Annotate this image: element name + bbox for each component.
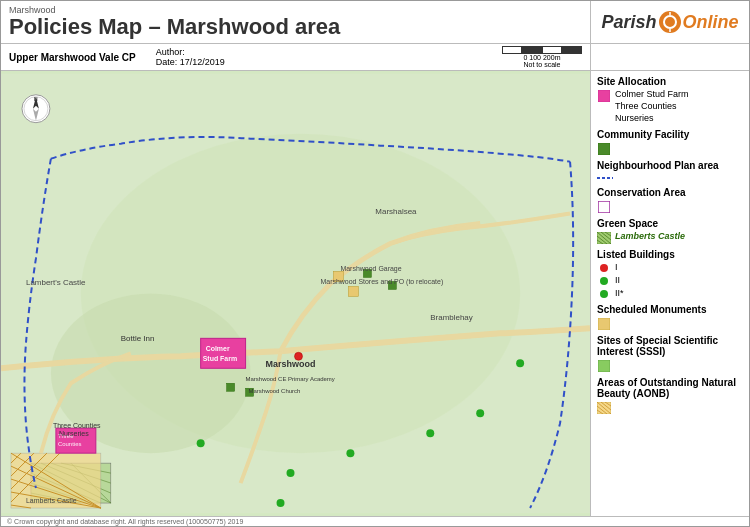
legend-scheduled-title: Scheduled Monuments <box>597 304 743 315</box>
legend-yellow-rect-symbol <box>597 318 611 330</box>
svg-text:Colmer: Colmer <box>206 345 230 352</box>
svg-point-42 <box>277 499 285 507</box>
header: Marshwood Policies Map – Marshwood area … <box>1 1 749 44</box>
legend-colmer-label: Colmer Stud FarmThree CountiesNurseries <box>615 89 689 124</box>
scale-seg-3 <box>542 46 562 54</box>
svg-text:Nurseries: Nurseries <box>59 430 89 437</box>
legend-green-space-item: Lamberts Castle <box>597 231 743 244</box>
author-row: Author: <box>156 47 225 57</box>
svg-text:Marshwood Garage: Marshwood Garage <box>340 266 401 274</box>
legend-colmer: Colmer Stud FarmThree CountiesNurseries <box>597 89 743 124</box>
legend-aonb-title: Areas of Outstanding Natural Beauty (AON… <box>597 377 743 399</box>
legend-pink-rect-symbol <box>597 90 611 102</box>
legend-community: Community Facility <box>597 129 743 155</box>
svg-text:Marshwood: Marshwood <box>266 359 316 369</box>
svg-rect-63 <box>598 90 610 102</box>
online-text: Online <box>683 12 739 33</box>
date-row: Date: 17/12/2019 <box>156 57 225 67</box>
header-right: Parish Online <box>591 1 749 43</box>
legend-sssi-item <box>597 359 743 372</box>
svg-text:Marshalsea: Marshalsea <box>375 207 417 216</box>
legend-conservation: Conservation Area <box>597 187 743 213</box>
legend-conservation-item <box>597 200 743 213</box>
legend-listed: Listed Buildings I II <box>597 249 743 299</box>
legend-listed-IIstar-label: II* <box>615 288 624 298</box>
legend-green-circle-II-symbol <box>597 276 611 286</box>
svg-point-73 <box>600 264 608 272</box>
svg-point-36 <box>197 439 205 447</box>
legend-aonb-hatch-symbol <box>597 402 611 414</box>
svg-text:Lambert's Castle: Lambert's Castle <box>26 279 86 288</box>
map-svg: Colmer Stud Farm Three Counties <box>1 71 590 516</box>
svg-rect-32 <box>227 383 235 391</box>
scale-seg-1 <box>502 46 522 54</box>
svg-point-39 <box>426 429 434 437</box>
date-label: Date: <box>156 57 178 67</box>
svg-point-38 <box>346 449 354 457</box>
scale-seg-4 <box>562 46 582 54</box>
page-title: Policies Map – Marshwood area <box>9 15 582 39</box>
sub-header-left: Upper Marshwood Vale CP Author: Date: 17… <box>1 44 591 70</box>
legend-listed-I: I <box>597 262 743 273</box>
legend-community-item <box>597 142 743 155</box>
legend-purple-square-symbol <box>597 201 611 213</box>
svg-rect-76 <box>598 318 610 330</box>
cp-label: Upper Marshwood Vale CP <box>9 52 136 63</box>
svg-point-37 <box>287 469 295 477</box>
scale-seg-2 <box>522 46 542 54</box>
legend-aonb-item <box>597 401 743 414</box>
svg-rect-26 <box>201 339 246 369</box>
legend-sssi-title: Sites of Special Scientific Interest (SS… <box>597 335 743 357</box>
legend-site-allocation-title: Site Allocation <box>597 76 743 87</box>
svg-rect-64 <box>598 143 610 155</box>
logo-circle <box>659 11 681 33</box>
date-value: 17/12/2019 <box>180 57 225 67</box>
parish-online-logo: Parish Online <box>601 11 738 33</box>
svg-text:Lamberts Castle: Lamberts Castle <box>26 497 77 504</box>
scale-numbers: 0 100 200m <box>524 54 561 61</box>
legend-green-space-title: Green Space <box>597 218 743 229</box>
parish-text: Parish <box>601 12 656 33</box>
scale-label: Not to scale <box>524 61 561 68</box>
svg-text:Marshwood Stores and PO (to re: Marshwood Stores and PO (to relocate) <box>320 279 443 287</box>
header-left: Marshwood Policies Map – Marshwood area <box>1 1 591 43</box>
main-content: Colmer Stud Farm Three Counties <box>1 71 749 516</box>
legend-green-plain-symbol <box>597 360 611 372</box>
legend-green-square-symbol <box>597 143 611 155</box>
legend-listed-II-label: II <box>615 275 620 285</box>
legend-neighbourhood-title: Neighbourhood Plan area <box>597 160 743 171</box>
svg-rect-66 <box>598 201 610 213</box>
legend-green-space: Green Space Lamberts Castle <box>597 218 743 244</box>
legend-scheduled-item <box>597 317 743 330</box>
footer-text: © Crown copyright and database right. Al… <box>7 518 243 525</box>
sub-header-right <box>591 44 749 70</box>
legend-dotted-blue-symbol <box>597 174 613 182</box>
map-area: Colmer Stud Farm Three Counties <box>1 71 591 516</box>
svg-text:N: N <box>34 96 38 102</box>
svg-rect-45 <box>348 287 358 297</box>
svg-point-41 <box>516 359 524 367</box>
legend-green-hatch-symbol <box>597 232 611 244</box>
svg-text:Bottle Inn: Bottle Inn <box>121 335 155 344</box>
svg-text:Counties: Counties <box>58 441 82 447</box>
legend-green-circle-IIstar-symbol <box>597 289 611 299</box>
legend-lamberts-castle-label: Lamberts Castle <box>615 231 685 241</box>
footer: © Crown copyright and database right. Al… <box>1 516 749 526</box>
legend-listed-IIstar: II* <box>597 288 743 299</box>
legend-neighbourhood-item <box>597 173 743 182</box>
svg-text:Bramblehay: Bramblehay <box>430 314 473 323</box>
legend-conservation-title: Conservation Area <box>597 187 743 198</box>
legend-community-title: Community Facility <box>597 129 743 140</box>
svg-rect-77 <box>598 360 610 372</box>
legend-aonb: Areas of Outstanding Natural Beauty (AON… <box>597 377 743 414</box>
scale-block: 0 100 200m Not to scale <box>502 46 582 68</box>
legend-listed-II: II <box>597 275 743 286</box>
svg-text:Three Counties: Three Counties <box>53 422 101 429</box>
legend-listed-title: Listed Buildings <box>597 249 743 260</box>
legend-red-circle-symbol <box>597 263 611 273</box>
legend-panel: Site Allocation Colmer Stud FarmThree Co… <box>591 71 749 516</box>
legend-site-allocation: Site Allocation Colmer Stud FarmThree Co… <box>597 76 743 124</box>
svg-text:Marshwood CE Primary Academy: Marshwood CE Primary Academy <box>246 376 335 382</box>
legend-scheduled: Scheduled Monuments <box>597 304 743 330</box>
author-label: Author: <box>156 47 185 57</box>
